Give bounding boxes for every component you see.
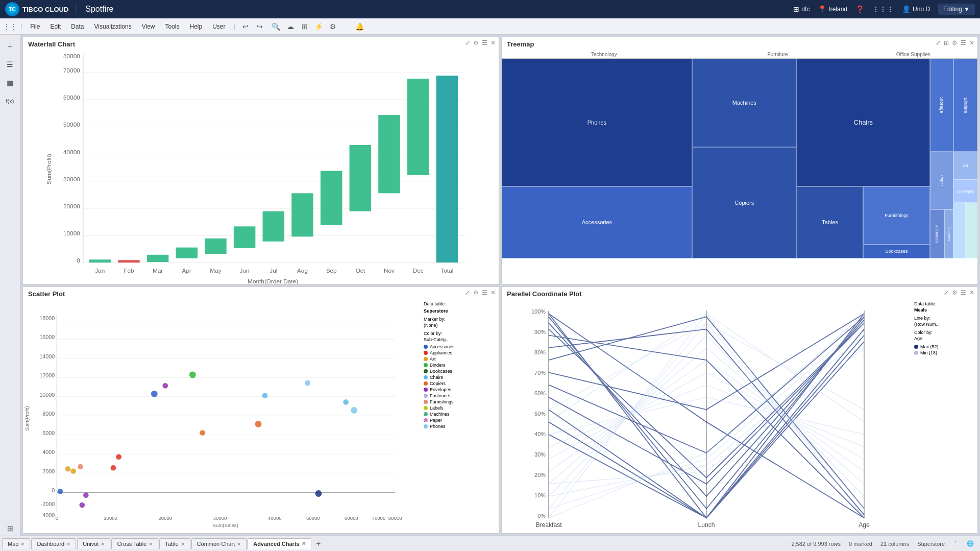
add-button[interactable]: + [3, 39, 17, 53]
treemap-supplies[interactable]: Supplies [944, 209, 954, 258]
scatter-close-icon[interactable]: ✕ [491, 289, 496, 296]
svg-text:Jun: Jun [240, 267, 250, 274]
treemap-accessories[interactable]: Accessories [502, 186, 692, 258]
tab-univot-close[interactable]: ✕ [101, 541, 105, 547]
svg-rect-20 [118, 260, 140, 262]
scatter-settings-icon[interactable]: ⚙ [473, 289, 479, 296]
treemap-phones[interactable]: Phones [502, 59, 692, 186]
tab-advanced-charts-label: Advanced Charts [253, 541, 299, 547]
tab-univot[interactable]: Univot ✕ [77, 538, 110, 549]
scatter-legend-table-label: Data table: [424, 301, 498, 306]
statusbar-globe-icon[interactable]: 🌐 [967, 540, 974, 547]
tab-common-chart-close[interactable]: ✕ [237, 541, 241, 547]
scatter-list-icon[interactable]: ☰ [482, 289, 487, 296]
menu-dots[interactable]: ⋮⋮ [4, 20, 16, 33]
grid-button[interactable]: ⊞ [3, 521, 17, 536]
tab-dashboard[interactable]: Dashboard ✕ [31, 538, 76, 549]
treemap-fasteners[interactable] [966, 203, 977, 258]
parallel-settings-icon[interactable]: ⚙ [952, 289, 958, 296]
menu-help[interactable]: Help [185, 21, 206, 32]
tab-table[interactable]: Table ✕ [159, 538, 190, 549]
settings-button[interactable]: ⚙ [327, 20, 339, 33]
parallel-expand-icon[interactable]: ⤢ [944, 289, 949, 296]
menu-visualizations[interactable]: Visualizations [90, 21, 136, 32]
svg-point-88 [116, 454, 121, 460]
tab-cross-table-close[interactable]: ✕ [149, 541, 153, 547]
parallel-list-icon[interactable]: ☰ [961, 289, 966, 296]
statusbar: 2,582 of 9,993 rows 0 marked 21 columns … [791, 540, 978, 547]
tab-map-close[interactable]: ✕ [20, 541, 24, 547]
svg-text:0: 0 [77, 257, 80, 264]
treemap-close-icon[interactable]: ✕ [969, 39, 974, 46]
menu-data[interactable]: Data [67, 21, 88, 32]
treemap-labels[interactable] [953, 203, 965, 258]
treemap-tables[interactable]: Tables [797, 186, 863, 258]
treemap-furnishings[interactable]: Furnishings [863, 186, 929, 245]
svg-text:-2000: -2000 [41, 501, 55, 507]
notifications-button[interactable]: 🔔 [354, 20, 366, 33]
layers-button[interactable]: ☰ [3, 57, 17, 71]
treemap-appliances[interactable]: Appliances [930, 209, 944, 258]
tab-cross-table[interactable]: Cross Table ✕ [111, 538, 158, 549]
treemap-settings-icon[interactable]: ⚙ [952, 39, 958, 46]
waterfall-expand-icon[interactable]: ⤢ [465, 39, 470, 46]
treemap-storage[interactable]: Storage [930, 59, 954, 152]
menu-user[interactable]: User [208, 21, 229, 32]
svg-point-98 [351, 407, 357, 414]
treemap-page-icon[interactable]: ⊞ [944, 39, 949, 46]
treemap-title: Treemap [502, 37, 977, 49]
svg-rect-30 [407, 79, 429, 175]
treemap-paper[interactable]: Paper [930, 152, 954, 210]
statusbar-menu-icon[interactable]: ⋮ [953, 540, 959, 547]
treemap-copiers[interactable]: Copiers [692, 147, 797, 258]
tab-advanced-charts[interactable]: Advanced Charts ✕ [248, 538, 311, 549]
help-button[interactable]: ❓ [855, 5, 864, 13]
treemap-binders[interactable]: Binders [953, 59, 977, 152]
treemap-art[interactable]: Art [953, 152, 977, 180]
scatter-panel: Scatter Plot ⤢ ⚙ ☰ ✕ 18000 16000 14000 1… [22, 286, 499, 534]
parallel-panel: Parellel Coordinate Plot ⤢ ⚙ ☰ ✕ 100% 90… [501, 286, 978, 534]
redo-button[interactable]: ↪ [254, 20, 266, 33]
waterfall-close-icon[interactable]: ✕ [491, 39, 496, 46]
menu-tools[interactable]: Tools [161, 21, 183, 32]
treemap-chairs[interactable]: Chairs [797, 59, 930, 186]
scatter-expand-icon[interactable]: ⤢ [465, 289, 470, 296]
undo-button[interactable]: ↩ [239, 20, 252, 33]
formula-button[interactable]: f(x) [3, 94, 17, 108]
menu-file[interactable]: File [26, 21, 44, 32]
filter-button[interactable]: ⚡ [313, 20, 325, 33]
search-button[interactable]: 🔍 [270, 20, 282, 33]
user-button[interactable]: 👤 Uno D [902, 5, 930, 13]
tab-map[interactable]: Map ✕ [2, 538, 30, 549]
tab-common-chart[interactable]: Common Chart ✕ [191, 538, 247, 549]
dfc-button[interactable]: ⊞ dfc [793, 5, 810, 13]
treemap-envelopes[interactable]: Envelopes [953, 179, 977, 202]
treemap-list-icon[interactable]: ☰ [961, 39, 966, 46]
rows-info: 2,582 of 9,993 rows [791, 541, 841, 547]
menu-edit[interactable]: Edit [46, 21, 65, 32]
scatter-legend-item: Appliances [424, 350, 498, 355]
svg-point-97 [343, 399, 349, 405]
svg-text:14000: 14000 [39, 353, 55, 359]
tab-dashboard-close[interactable]: ✕ [66, 541, 70, 547]
location-button[interactable]: 📍 Ireland [818, 5, 847, 13]
add-tab-button[interactable]: + [312, 538, 325, 550]
menu-view[interactable]: View [138, 21, 159, 32]
tibco-logo: TC [5, 2, 19, 16]
parallel-close-icon[interactable]: ✕ [969, 289, 974, 296]
bookmark-button[interactable]: ⊞ [299, 20, 311, 33]
waterfall-panel: Waterfall Chart ⤢ ⚙ ☰ ✕ 0 10000 20000 30… [22, 37, 499, 284]
chart-button[interactable]: ▦ [3, 76, 17, 90]
treemap-expand-icon[interactable]: ⤢ [936, 39, 941, 46]
svg-text:40%: 40% [534, 431, 546, 437]
treemap-bookcases[interactable]: Bookcases [863, 245, 929, 258]
cloud-button[interactable]: ☁ [284, 20, 297, 33]
waterfall-list-icon[interactable]: ☰ [482, 39, 487, 46]
svg-text:18000: 18000 [39, 315, 55, 321]
tab-advanced-charts-close[interactable]: ✕ [302, 541, 306, 546]
treemap-machines[interactable]: Machines [692, 59, 797, 147]
parallel-max-label: Max (52) [920, 344, 939, 349]
tab-table-close[interactable]: ✕ [181, 541, 185, 547]
apps-button[interactable]: ⋮⋮⋮ [872, 5, 894, 13]
waterfall-settings-icon[interactable]: ⚙ [473, 39, 479, 46]
